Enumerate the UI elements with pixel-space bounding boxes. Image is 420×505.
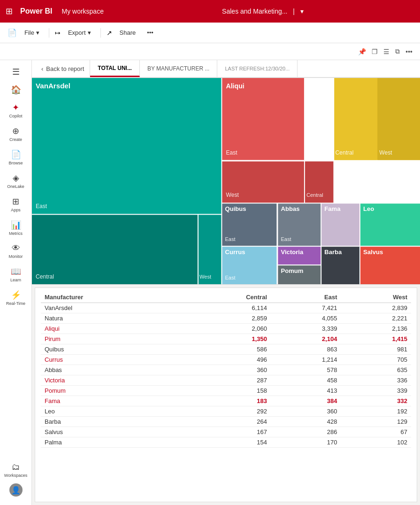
back-chevron-icon: ‹ — [41, 65, 43, 72]
cell-east: 286 — [271, 427, 341, 437]
learn-label: Learn — [10, 278, 21, 282]
create-label: Create — [9, 137, 22, 142]
table-row[interactable]: Pomum158413339 — [41, 386, 411, 396]
cell-central: 1,350 — [183, 334, 271, 344]
svg-text:Aliqui: Aliqui — [226, 82, 244, 90]
hamburger-icon: ☰ — [12, 67, 20, 77]
table-row[interactable]: Currus4961,214705 — [41, 355, 411, 365]
cell-central: 158 — [183, 386, 271, 396]
cell-manufacturer: Quibus — [41, 344, 183, 355]
tab-total-units[interactable]: TOTAL UNI... — [90, 60, 140, 77]
file-chevron: ▾ — [36, 29, 39, 36]
sidebar-item-onelake[interactable]: ◈ OneLake — [2, 170, 30, 192]
cell-west: 129 — [341, 417, 412, 427]
icons-row: 📌 ❐ ☰ ⧉ ••• — [0, 43, 420, 60]
table-row[interactable]: Pirum1,3502,1041,415 — [41, 334, 411, 344]
share-icon: ↗ — [107, 29, 112, 37]
cell-central: 183 — [183, 396, 271, 406]
more-options-icon[interactable]: ••• — [405, 48, 412, 55]
cell-east: 578 — [271, 365, 341, 375]
table-row[interactable]: Palma154170102 — [41, 437, 411, 448]
sidebar-item-workspaces[interactable]: 🗂 Workspaces — [2, 459, 30, 481]
sidebar-item-realtime[interactable]: ⚡ Real-Time — [2, 287, 30, 309]
cell-west: 102 — [341, 437, 412, 448]
svg-text:VanArsdel: VanArsdel — [36, 82, 70, 90]
col-header-west: West — [341, 292, 412, 303]
table-row[interactable]: Abbas360578635 — [41, 365, 411, 375]
back-to-report-tab[interactable]: ‹ Back to report — [36, 60, 90, 77]
copy-icon[interactable]: ❐ — [372, 48, 378, 55]
pin-icon[interactable]: 📌 — [358, 48, 366, 55]
file-button[interactable]: File ▾ — [21, 27, 43, 38]
toolbar-sep-2 — [100, 28, 101, 38]
grid-icon[interactable]: ⊞ — [6, 6, 13, 16]
monitor-label: Monitor — [8, 254, 23, 259]
onelake-icon: ◈ — [13, 173, 19, 183]
sidebar-item-learn[interactable]: 📖 Learn — [2, 264, 30, 285]
sidebar-item-browse[interactable]: 📄 Browse — [2, 147, 30, 168]
treemap-vanarsdel-top[interactable] — [32, 78, 221, 214]
cell-east: 2,104 — [271, 334, 341, 344]
cell-east: 413 — [271, 386, 341, 396]
sidebar-item-metrics[interactable]: 📊 Metrics — [2, 217, 30, 239]
workspace-label[interactable]: My workspace — [61, 8, 103, 15]
user-avatar-container[interactable]: 👤 — [2, 481, 30, 499]
back-label: Back to report — [46, 65, 84, 72]
cell-manufacturer: Salvus — [41, 427, 183, 437]
sidebar-item-apps[interactable]: ⊞ Apps — [2, 194, 30, 215]
treemap-aliqui-top[interactable] — [222, 78, 304, 160]
cell-west: 2,839 — [341, 303, 412, 313]
copilot-icon: ✦ — [12, 102, 19, 113]
cell-west: 339 — [341, 386, 412, 396]
view-icon[interactable]: ⧉ — [395, 47, 400, 55]
cell-manufacturer: Pomum — [41, 386, 183, 396]
sidebar-item-monitor[interactable]: 👁 Monitor — [2, 241, 30, 262]
table-row[interactable]: Victoria287458336 — [41, 375, 411, 386]
cell-west: 705 — [341, 355, 412, 365]
table-row[interactable]: Aliqui2,0603,3392,136 — [41, 324, 411, 334]
cell-east: 3,339 — [271, 324, 341, 334]
sidebar-item-hamburger[interactable]: ☰ — [2, 64, 30, 80]
treemap-pirum-west[interactable] — [377, 78, 420, 160]
sidebar-item-home[interactable]: 🏠 — [2, 82, 30, 98]
table-row[interactable]: Natura2,8594,0552,221 — [41, 313, 411, 324]
table-row[interactable]: Fama183384332 — [41, 396, 411, 406]
filter-icon[interactable]: ☰ — [383, 48, 389, 55]
svg-text:East: East — [36, 203, 47, 210]
cell-east: 428 — [271, 417, 341, 427]
learn-icon: 📖 — [11, 266, 21, 277]
table-row[interactable]: Salvus16728667 — [41, 427, 411, 437]
cell-central: 2,060 — [183, 324, 271, 334]
cell-central: 496 — [183, 355, 271, 365]
sidebar-item-create[interactable]: ⊕ Create — [2, 123, 30, 145]
col-header-manufacturer: Manufacturer — [41, 292, 183, 303]
cell-east: 360 — [271, 406, 341, 417]
share-button[interactable]: Share — [116, 27, 140, 38]
metrics-icon: 📊 — [11, 220, 21, 230]
dropdown-icon[interactable]: ▾ — [300, 8, 304, 15]
tab-last-refresh[interactable]: LAST REFRESH:12/30/20... — [217, 60, 298, 77]
toolbar: 📄 File ▾ ↦ Export ▾ ↗ Share ••• — [0, 23, 420, 43]
treemap-pirum-central-area[interactable] — [334, 78, 377, 160]
cell-manufacturer: Barba — [41, 417, 183, 427]
table-row[interactable]: Barba264428129 — [41, 417, 411, 427]
tab2-label: BY MANUFACTURER ... — [147, 65, 209, 72]
more-button[interactable]: ••• — [143, 27, 157, 38]
cell-west: 336 — [341, 375, 412, 386]
col-header-east: East — [271, 292, 341, 303]
cell-west: 2,136 — [341, 324, 412, 334]
tab-by-manufacturer[interactable]: BY MANUFACTURER ... — [140, 60, 217, 77]
svg-text:Salvus: Salvus — [363, 249, 383, 256]
cell-manufacturer: Palma — [41, 437, 183, 448]
table-row[interactable]: VanArsdel6,1147,4212,839 — [41, 303, 411, 313]
export-button[interactable]: Export ▾ — [64, 27, 95, 38]
table-section: Manufacturer Central East West VanArsdel… — [35, 287, 417, 502]
copilot-label: Copilot — [9, 114, 22, 118]
table-row[interactable]: Leo292360192 — [41, 406, 411, 417]
table-row[interactable]: Quibus586863981 — [41, 344, 411, 355]
treemap-vanarsdel-bottom[interactable] — [32, 215, 198, 284]
svg-text:West: West — [199, 274, 211, 280]
cell-east: 4,055 — [271, 313, 341, 324]
home-icon: 🏠 — [11, 85, 21, 95]
sidebar-item-copilot[interactable]: ✦ Copilot — [2, 100, 30, 121]
